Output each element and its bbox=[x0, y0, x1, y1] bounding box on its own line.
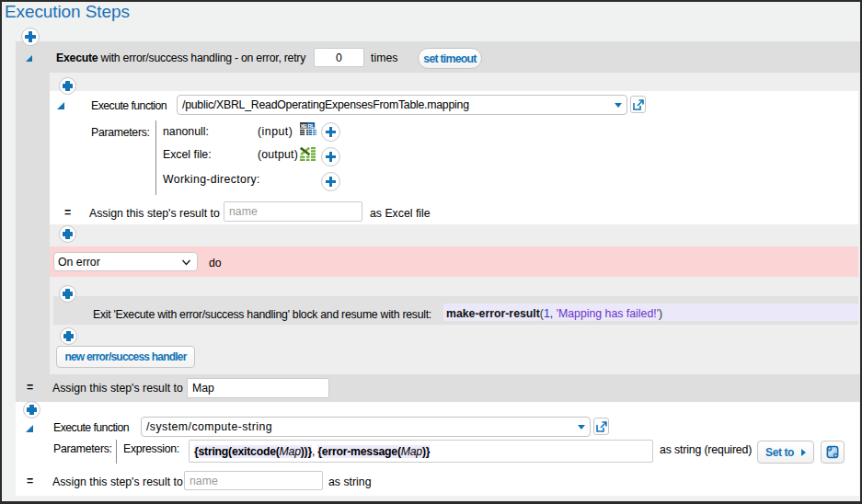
svg-text:RL: RL bbox=[308, 123, 316, 129]
svg-text:XB: XB bbox=[300, 123, 307, 129]
